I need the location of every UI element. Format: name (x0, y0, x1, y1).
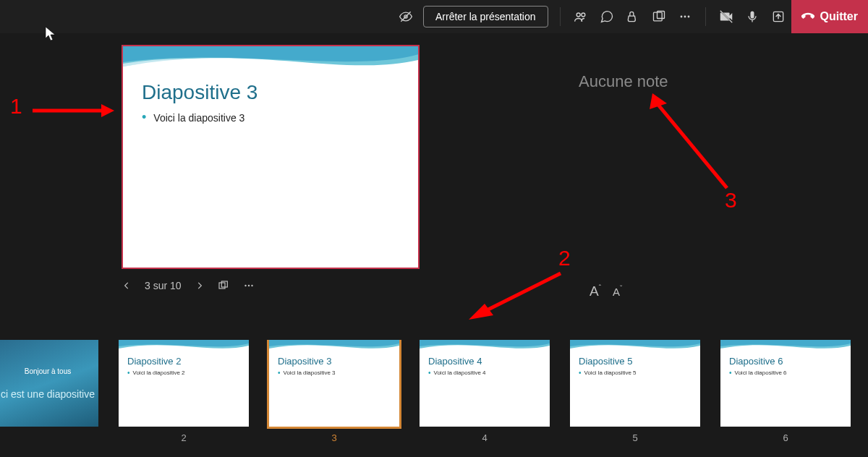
leave-label: Quitter (820, 10, 858, 23)
svg-point-18 (251, 285, 252, 286)
grid-view-button[interactable] (218, 280, 229, 291)
annotation-2: 2 (558, 246, 571, 270)
stop-presentation-button[interactable]: Arrêter la présentation (423, 6, 548, 27)
filmstrip-thumb[interactable]: Diapositive 4 Voici la diapositive 4 4 (420, 340, 550, 457)
filmstrip-thumb[interactable]: Diapositive 3 Voici la diapositive 3 3 (269, 340, 399, 457)
svg-point-6 (680, 16, 682, 18)
filmstrip-thumb[interactable]: Diapositive 5 Voici la diapositive 5 5 (570, 340, 700, 457)
thumb-graphic (269, 340, 399, 354)
chat-icon[interactable] (594, 4, 620, 30)
thumb-graphic (420, 340, 550, 354)
svg-marker-20 (101, 104, 114, 117)
content-slide-thumb[interactable]: Diapositive 5 Voici la diapositive 5 (570, 340, 700, 427)
slide-bullet: Voici la diapositive 3 (142, 110, 399, 125)
filmstrip-thumb[interactable]: Diapositive 2 Voici la diapositive 2 2 (119, 340, 249, 457)
cursor-icon (45, 26, 56, 42)
svg-marker-22 (469, 304, 493, 320)
thumb-title: Diapositive 2 (127, 356, 240, 367)
notes-font-controls: Aˆ Aˇ (590, 283, 622, 299)
thumb-title: Diapositive 5 (579, 356, 692, 367)
thumb-graphic (570, 340, 700, 354)
separator (705, 7, 706, 26)
slide-header-graphic (123, 46, 418, 77)
svg-rect-15 (221, 281, 227, 287)
thumb-title: Diapositive 6 (729, 356, 842, 367)
content-slide-thumb[interactable]: Diapositive 2 Voici la diapositive 2 (119, 340, 249, 427)
title-slide-line1: Bonjour à tous (25, 367, 72, 375)
notes-placeholder: Aucune note (579, 72, 668, 91)
more-icon[interactable] (672, 4, 698, 30)
content-slide-thumb[interactable]: Diapositive 6 Voici la diapositive 6 (720, 340, 851, 427)
privacy-eye-icon[interactable] (393, 4, 419, 30)
thumb-bullet: Voici la diapositive 5 (579, 369, 692, 377)
separator (560, 7, 561, 26)
thumb-bullet: Voici la diapositive 3 (278, 369, 391, 377)
slide-counter: 3 sur 10 (145, 280, 182, 291)
thumb-graphic (720, 340, 851, 354)
thumb-number: 5 (632, 432, 637, 443)
svg-rect-11 (750, 12, 754, 19)
thumb-number: 2 (181, 432, 186, 443)
svg-point-7 (684, 16, 686, 18)
people-icon[interactable] (568, 4, 594, 30)
title-slide-line2: ci est une diapositive (1, 388, 95, 400)
increase-font-button[interactable]: Aˆ (590, 283, 601, 299)
current-slide-preview[interactable]: Diapositive 3 Voici la diapositive 3 (122, 45, 420, 269)
rooms-icon[interactable] (646, 4, 672, 30)
annotation-arrow-1 (29, 100, 116, 121)
annotation-arrow-2 (463, 268, 571, 325)
svg-point-2 (576, 13, 580, 17)
thumb-number: 4 (482, 432, 487, 443)
thumb-number: 3 (331, 432, 336, 443)
decrease-font-button[interactable]: Aˇ (613, 285, 622, 298)
leave-button[interactable]: Quitter (791, 0, 868, 33)
meeting-toolbar: Arrêter la présentation Quitter (0, 0, 868, 33)
svg-rect-4 (653, 12, 662, 21)
content-slide-thumb[interactable]: Diapositive 4 Voici la diapositive 4 (420, 340, 550, 427)
filmstrip-thumb[interactable]: Bonjour à tous ci est une diapositive (0, 340, 98, 457)
slide-filmstrip: Bonjour à tous ci est une diapositive Di… (0, 340, 868, 457)
content-slide-thumb[interactable]: Diapositive 3 Voici la diapositive 3 (269, 340, 399, 427)
thumb-bullet: Voici la diapositive 2 (127, 369, 240, 377)
reactions-icon[interactable] (620, 4, 646, 30)
prev-slide-button[interactable] (122, 281, 132, 291)
annotation-1: 1 (10, 94, 22, 119)
slide-title: Diapositive 3 (142, 81, 399, 104)
slide-body: Diapositive 3 Voici la diapositive 3 (123, 77, 418, 129)
annotation-arrow-3 (644, 90, 738, 199)
slide-more-button[interactable] (242, 279, 255, 292)
svg-line-21 (481, 273, 561, 313)
slide-navigation-controls: 3 sur 10 (122, 279, 255, 292)
thumb-number: 6 (783, 432, 788, 443)
svg-point-8 (687, 16, 689, 18)
share-icon[interactable] (765, 4, 791, 30)
thumb-bullet: Voici la diapositive 6 (729, 369, 842, 377)
svg-rect-14 (219, 283, 225, 289)
thumb-title: Diapositive 4 (428, 356, 541, 367)
filmstrip-thumb[interactable]: Diapositive 6 Voici la diapositive 6 6 (720, 340, 851, 457)
phone-hangup-icon (801, 10, 814, 23)
svg-line-23 (658, 105, 727, 188)
svg-point-17 (247, 285, 249, 286)
svg-point-3 (581, 13, 584, 17)
title-slide-thumb[interactable]: Bonjour à tous ci est une diapositive (0, 340, 98, 427)
next-slide-button[interactable] (195, 281, 205, 291)
svg-point-16 (244, 285, 246, 286)
thumb-title: Diapositive 3 (278, 356, 391, 367)
camera-off-icon[interactable] (713, 4, 739, 30)
thumb-bullet: Voici la diapositive 4 (428, 369, 541, 377)
thumb-graphic (119, 340, 249, 354)
mic-icon[interactable] (739, 4, 765, 30)
